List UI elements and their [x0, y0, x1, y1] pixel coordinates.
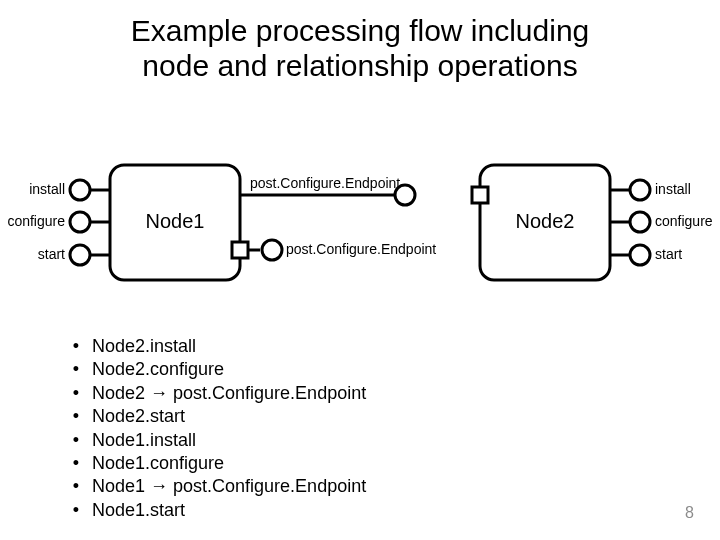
svg-point-3	[70, 212, 90, 232]
bullet-list: •Node2.install •Node2.configure •Node2 →…	[60, 335, 366, 522]
list-item: •Node1 → post.Configure.Endpoint	[60, 475, 366, 498]
node1-configure-label: configure	[7, 213, 65, 229]
bullet-text: Node1.configure	[92, 453, 224, 473]
list-item: •Node2.configure	[60, 358, 366, 381]
svg-point-17	[262, 240, 282, 260]
node2-start-label: start	[655, 246, 682, 262]
node1-start-label: start	[38, 246, 65, 262]
node2-label: Node2	[516, 210, 575, 232]
node2-install-label: install	[655, 181, 691, 197]
bullet-text: Node2.start	[92, 406, 185, 426]
title-line-2: node and relationship operations	[142, 49, 577, 82]
bullet-text: Node2.configure	[92, 359, 224, 379]
endpoint-bottom-label: post.Configure.Endpoint	[286, 241, 436, 257]
svg-point-7	[630, 180, 650, 200]
flow-diagram: Node1 Node2 install configure start inst…	[0, 140, 720, 320]
node1-install-port	[70, 180, 110, 200]
bullet-text: Node1 → post.Configure.Endpoint	[92, 476, 366, 496]
list-item: •Node1.configure	[60, 452, 366, 475]
list-item: •Node2 → post.Configure.Endpoint	[60, 382, 366, 405]
bullet-text: Node1.install	[92, 430, 196, 450]
page-number: 8	[685, 504, 694, 522]
svg-point-1	[70, 180, 90, 200]
endpoint-bottom	[232, 240, 282, 260]
svg-point-9	[630, 212, 650, 232]
node1-install-label: install	[29, 181, 65, 197]
svg-rect-15	[232, 242, 248, 258]
list-item: •Node1.install	[60, 429, 366, 452]
svg-rect-14	[472, 187, 488, 203]
endpoint-top-label: post.Configure.Endpoint	[250, 175, 400, 191]
bullet-text: Node2 → post.Configure.Endpoint	[92, 383, 366, 403]
list-item: •Node2.install	[60, 335, 366, 358]
svg-point-5	[70, 245, 90, 265]
bullet-text: Node2.install	[92, 336, 196, 356]
node2-start-port	[610, 245, 650, 265]
node2-configure-port	[610, 212, 650, 232]
title-line-1: Example processing flow including	[131, 14, 590, 47]
list-item: •Node2.start	[60, 405, 366, 428]
node1-configure-port	[70, 212, 110, 232]
slide-title: Example processing flow including node a…	[0, 14, 720, 83]
list-item: •Node1.start	[60, 499, 366, 522]
node1-start-port	[70, 245, 110, 265]
bullet-text: Node1.start	[92, 500, 185, 520]
node2-install-port	[610, 180, 650, 200]
node1-label: Node1	[146, 210, 205, 232]
svg-point-11	[630, 245, 650, 265]
node2-configure-label: configure	[655, 213, 713, 229]
